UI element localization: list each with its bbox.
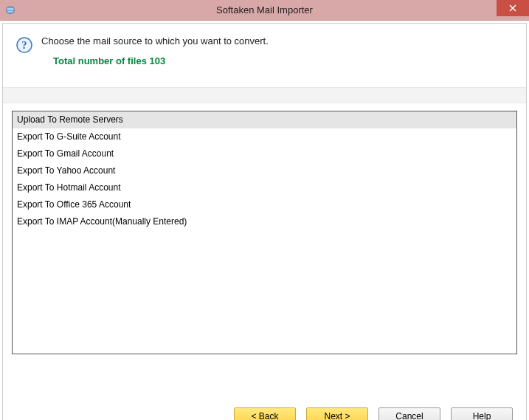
list-item[interactable]: Export To Yahoo Account — [13, 162, 516, 179]
close-button[interactable] — [497, 0, 529, 16]
svg-text:?: ? — [22, 40, 27, 51]
help-button[interactable]: Help — [451, 407, 513, 420]
window-title: Softaken Mail Importer — [0, 4, 529, 16]
list-item[interactable]: Export To Gmail Account — [13, 145, 516, 162]
header-area: ? Choose the mail source to which you wa… — [3, 24, 526, 74]
wizard-body: ? Choose the mail source to which you wa… — [2, 23, 527, 420]
file-count-text: Total number of files 103 — [41, 55, 513, 66]
next-button[interactable]: Next > — [306, 407, 368, 420]
list-header[interactable]: Upload To Remote Servers — [13, 111, 516, 128]
source-list[interactable]: Upload To Remote Servers Export To G-Sui… — [12, 111, 517, 354]
cancel-button[interactable]: Cancel — [378, 407, 440, 420]
button-row: < Back Next > Cancel Help — [234, 407, 513, 420]
list-item[interactable]: Export To Hotmail Account — [13, 179, 516, 196]
close-icon — [509, 4, 516, 12]
list-item[interactable]: Export To IMAP Account(Manually Entered) — [13, 213, 516, 230]
list-item[interactable]: Export To Office 365 Account — [13, 196, 516, 213]
instruction-text: Choose the mail source to which you want… — [41, 35, 513, 47]
separator-band — [3, 87, 526, 103]
help-icon: ? — [16, 37, 32, 53]
titlebar: Softaken Mail Importer — [0, 0, 529, 21]
back-button[interactable]: < Back — [234, 407, 296, 420]
app-icon — [4, 4, 16, 16]
list-item[interactable]: Export To G-Suite Account — [13, 128, 516, 145]
